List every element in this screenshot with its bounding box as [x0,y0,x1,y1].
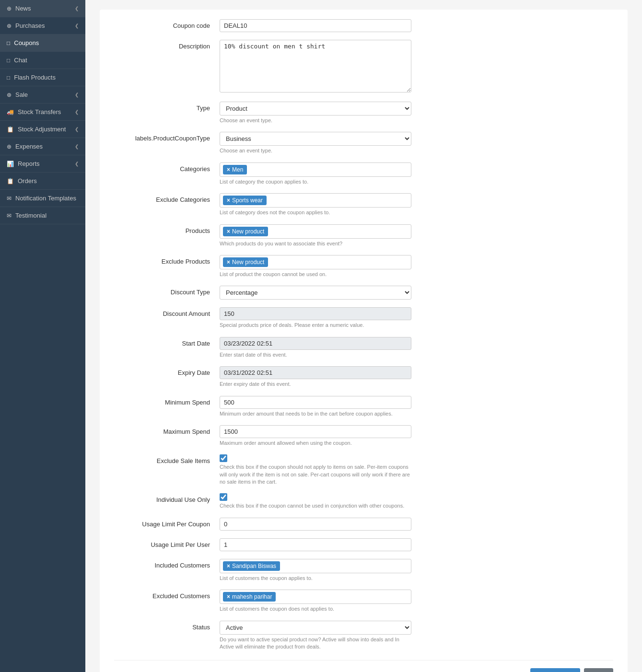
maximum-spend-input[interactable] [220,425,411,438]
usage-limit-per-user-input[interactable] [220,538,411,551]
start-date-hint: Enter start date of this event. [220,351,411,359]
add-coupon-button[interactable]: Add Coupon [530,668,580,672]
description-textarea[interactable]: 10% discount on men t shirt [220,40,411,93]
status-select[interactable]: Active In Active [220,621,411,635]
discount-amount-label: Discount Amount [114,307,220,317]
sidebar-item-coupons[interactable]: □ Coupons [0,35,85,52]
coupon-form: Coupon code Description 10% discount on … [100,10,628,672]
coupon-code-input[interactable] [220,19,411,32]
status-row: Status Active In Active Do you want to a… [114,621,613,651]
products-hint: Which products do you want to associate … [220,240,411,247]
exclude-category-tag-sportswear[interactable]: × Sports wear [223,196,267,205]
excluded-customer-tag-mahesh[interactable]: × mahesh parihar [223,592,276,602]
sidebar-item-expenses[interactable]: ⊕ Expenses ❮ [0,138,85,155]
usage-limit-per-coupon-label: Usage Limit Per Coupon [114,518,220,528]
chevron-icon: ❮ [75,92,79,97]
product-tag-new-remove[interactable]: × [227,228,230,235]
status-hint: Do you want to active special product no… [220,636,411,651]
discount-type-row: Discount Type Percentage Fixed [114,286,613,300]
sidebar-item-testimonial[interactable]: ✉ Testimonial [0,207,85,224]
products-field: × New product Which products do you want… [220,224,411,247]
status-label: Status [114,621,220,631]
usage-limit-per-user-label: Usage Limit Per User [114,538,220,548]
individual-use-only-checkbox-wrapper [220,493,411,501]
back-button[interactable]: Back [584,668,613,672]
exclude-product-tag-new[interactable]: × New product [223,257,268,267]
included-customer-tag-sandipan-remove[interactable]: × [227,563,230,569]
type-select[interactable]: Product Category Global [220,102,411,116]
categories-row: Categories × Men List of category the co… [114,162,613,185]
sidebar-item-reports[interactable]: 📊 Reports ❮ [0,155,85,173]
sidebar-item-flash-products[interactable]: □ Flash Products [0,69,85,86]
usage-limit-per-coupon-input[interactable] [220,518,411,531]
products-label: Products [114,224,220,234]
sidebar-item-label: Purchases [15,22,45,29]
categories-tag-container[interactable]: × Men [220,162,411,177]
sidebar-item-notification-templates[interactable]: ✉ Notification Templates [0,190,85,207]
sidebar-item-purchases[interactable]: ⊕ Purchases ❮ [0,17,85,35]
sidebar-item-label: Expenses [15,143,43,150]
exclude-product-tag-new-remove[interactable]: × [227,259,230,266]
discount-amount-input[interactable] [220,307,411,320]
exclude-category-tag-sportswear-label: Sports wear [232,197,263,204]
category-tag-men-label: Men [232,166,243,173]
sidebar-item-orders[interactable]: 📋 Orders [0,173,85,190]
sidebar-item-label: News [15,5,31,12]
coupon-code-field [220,19,411,32]
minimum-spend-input[interactable] [220,396,411,409]
included-customer-tag-sandipan[interactable]: × Sandipan Biswas [223,561,280,571]
category-tag-men-remove[interactable]: × [227,166,230,173]
sidebar-item-label: Stock Adjustment [18,126,66,133]
exclude-products-row: Exclude Products × New product List of p… [114,255,613,278]
news-icon: ⊕ [7,5,12,12]
description-field: 10% discount on men t shirt [220,40,411,94]
product-coupon-type-row: labels.ProductCouponType Business Person… [114,132,613,154]
product-coupon-type-field: Business Personal Other Choose an event … [220,132,411,154]
status-field: Active In Active Do you want to active s… [220,621,411,651]
expiry-date-label: Expiry Date [114,366,220,376]
excluded-customer-tag-mahesh-remove[interactable]: × [227,593,230,600]
description-label: Description [114,40,220,50]
exclude-categories-tag-container[interactable]: × Sports wear [220,193,411,208]
sidebar-item-stock-transfers[interactable]: 🚚 Stock Transfers ❮ [0,104,85,121]
product-coupon-type-label: labels.ProductCouponType [114,132,220,142]
products-tag-container[interactable]: × New product [220,224,411,239]
included-customers-label: Included Customers [114,559,220,569]
minimum-spend-field: Minimum order amount that needs to be in… [220,396,411,417]
expiry-date-hint: Enter expiry date of this event. [220,381,411,388]
type-field: Product Category Global Choose an event … [220,102,411,124]
usage-limit-per-user-field [220,538,411,551]
exclude-products-tag-container[interactable]: × New product [220,255,411,269]
start-date-input[interactable] [220,337,411,350]
excluded-customers-tag-container[interactable]: × mahesh parihar [220,590,411,604]
sidebar-item-label: Coupons [14,39,39,46]
exclude-categories-label: Exclude Categories [114,193,220,203]
exclude-sale-items-checkbox-wrapper [220,454,411,462]
chevron-icon: ❮ [75,161,79,166]
start-date-row: Start Date Enter start date of this even… [114,337,613,359]
maximum-spend-hint: Maximum order amount allowed when using … [220,440,411,447]
exclude-sale-items-checkbox[interactable] [220,454,227,462]
notification-templates-icon: ✉ [7,195,12,202]
minimum-spend-label: Minimum Spend [114,396,220,406]
exclude-sale-items-field: Check this box if the coupon should not … [220,454,411,486]
discount-type-select[interactable]: Percentage Fixed [220,286,411,300]
sidebar-item-stock-adjustment[interactable]: 📋 Stock Adjustment ❮ [0,121,85,138]
product-coupon-type-select[interactable]: Business Personal Other [220,132,411,146]
included-customers-tag-container[interactable]: × Sandipan Biswas [220,559,411,573]
orders-icon: 📋 [7,178,14,185]
sidebar-item-chat[interactable]: □ Chat [0,52,85,69]
usage-limit-per-coupon-row: Usage Limit Per Coupon [114,518,613,531]
chevron-icon: ❮ [75,144,79,149]
sidebar-item-news[interactable]: ⊕ News ❮ [0,0,85,17]
expiry-date-input[interactable] [220,366,411,379]
individual-use-only-checkbox[interactable] [220,493,227,501]
excluded-customers-label: Excluded Customers [114,590,220,600]
sidebar-item-label: Chat [14,57,27,64]
exclude-category-tag-sportswear-remove[interactable]: × [227,197,230,204]
product-tag-new[interactable]: × New product [223,227,268,236]
category-tag-men[interactable]: × Men [223,165,247,174]
excluded-customers-row: Excluded Customers × mahesh parihar List… [114,590,613,613]
sidebar-item-sale[interactable]: ⊕ Sale ❮ [0,86,85,104]
exclude-product-tag-new-label: New product [232,259,264,266]
